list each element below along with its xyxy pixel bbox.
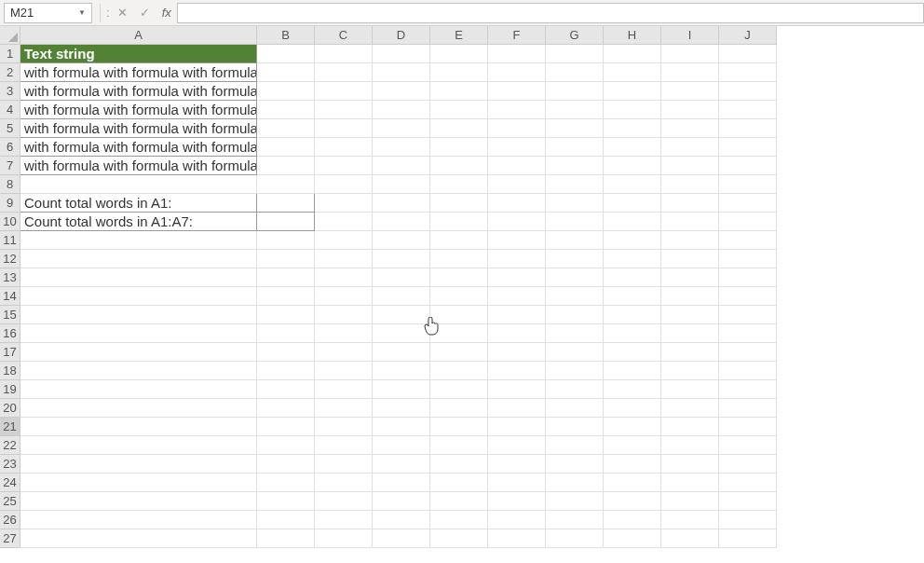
cell-a7[interactable]: with formula with formula with formula [20,157,257,175]
cell-f25[interactable] [488,492,546,511]
cell-h7[interactable] [604,157,661,175]
cell-b11[interactable] [257,231,315,250]
cell-b19[interactable] [257,380,315,399]
cell-f14[interactable] [488,287,546,306]
cell-f10[interactable] [488,213,546,231]
cell-f1[interactable] [488,45,546,63]
cell-b21[interactable] [257,418,315,436]
cell-h19[interactable] [604,380,661,399]
cell-a2[interactable]: with formula with formula with formula [20,63,257,82]
cell-i26[interactable] [661,511,719,529]
cell-e11[interactable] [430,231,488,250]
cell-d21[interactable] [373,418,430,436]
cell-i8[interactable] [661,175,719,194]
cell-i19[interactable] [661,380,719,399]
cell-i16[interactable] [661,324,719,343]
cell-d12[interactable] [373,250,430,268]
cell-j3[interactable] [719,82,777,101]
cell-e12[interactable] [430,250,488,268]
cell-c16[interactable] [315,324,373,343]
cell-i1[interactable] [661,45,719,63]
cell-c9[interactable] [315,194,373,213]
cell-j20[interactable] [719,399,777,418]
cell-b5[interactable] [257,119,315,138]
cell-g19[interactable] [546,380,604,399]
cell-b3[interactable] [257,82,315,101]
row-header-18[interactable]: 18 [0,362,20,380]
cell-g18[interactable] [546,362,604,380]
cell-e15[interactable] [430,306,488,324]
cell-e8[interactable] [430,175,488,194]
cell-d2[interactable] [373,63,430,82]
cell-g15[interactable] [546,306,604,324]
row-header-23[interactable]: 23 [0,455,20,474]
name-box[interactable]: M21 ▼ [4,3,92,23]
col-header-a[interactable]: A [20,26,257,45]
cell-h22[interactable] [604,436,661,455]
cell-f20[interactable] [488,399,546,418]
cell-e5[interactable] [430,119,488,138]
cell-d1[interactable] [373,45,430,63]
cell-j27[interactable] [719,529,777,548]
row-header-25[interactable]: 25 [0,492,20,511]
cell-b7[interactable] [257,157,315,175]
cell-e26[interactable] [430,511,488,529]
cell-j16[interactable] [719,324,777,343]
row-header-3[interactable]: 3 [0,82,20,101]
cell-f9[interactable] [488,194,546,213]
row-header-13[interactable]: 13 [0,268,20,287]
col-header-d[interactable]: D [373,26,430,45]
cell-j1[interactable] [719,45,777,63]
cell-g17[interactable] [546,343,604,362]
cell-j22[interactable] [719,436,777,455]
cell-e3[interactable] [430,82,488,101]
row-header-21[interactable]: 21 [0,418,20,436]
cell-d10[interactable] [373,213,430,231]
cell-h12[interactable] [604,250,661,268]
cell-c13[interactable] [315,268,373,287]
cell-i10[interactable] [661,213,719,231]
cell-d16[interactable] [373,324,430,343]
cell-h13[interactable] [604,268,661,287]
cell-b6[interactable] [257,138,315,157]
cell-i15[interactable] [661,306,719,324]
cancel-formula-button[interactable]: ✕ [112,3,134,23]
cell-g6[interactable] [546,138,604,157]
cell-h15[interactable] [604,306,661,324]
cell-a5[interactable]: with formula with formula with formula [20,119,257,138]
cell-e27[interactable] [430,529,488,548]
cell-j7[interactable] [719,157,777,175]
cell-c22[interactable] [315,436,373,455]
cell-i4[interactable] [661,101,719,119]
cell-a25[interactable] [20,492,257,511]
cell-c2[interactable] [315,63,373,82]
cell-i17[interactable] [661,343,719,362]
cell-g3[interactable] [546,82,604,101]
cell-e13[interactable] [430,268,488,287]
cell-j17[interactable] [719,343,777,362]
cell-h10[interactable] [604,213,661,231]
cell-f2[interactable] [488,63,546,82]
confirm-formula-button[interactable]: ✓ [134,3,156,23]
cell-b24[interactable] [257,474,315,492]
cell-f18[interactable] [488,362,546,380]
cell-j11[interactable] [719,231,777,250]
cell-j24[interactable] [719,474,777,492]
cell-c21[interactable] [315,418,373,436]
cell-i9[interactable] [661,194,719,213]
cell-a19[interactable] [20,380,257,399]
cell-g23[interactable] [546,455,604,474]
cell-i12[interactable] [661,250,719,268]
cell-i20[interactable] [661,399,719,418]
cell-d7[interactable] [373,157,430,175]
cell-c27[interactable] [315,529,373,548]
cell-e24[interactable] [430,474,488,492]
cell-h14[interactable] [604,287,661,306]
cell-a10[interactable]: Count total words in A1:A7: [20,213,257,231]
cell-f19[interactable] [488,380,546,399]
cell-b8[interactable] [257,175,315,194]
cell-i18[interactable] [661,362,719,380]
cell-c1[interactable] [315,45,373,63]
cell-g14[interactable] [546,287,604,306]
cell-i3[interactable] [661,82,719,101]
